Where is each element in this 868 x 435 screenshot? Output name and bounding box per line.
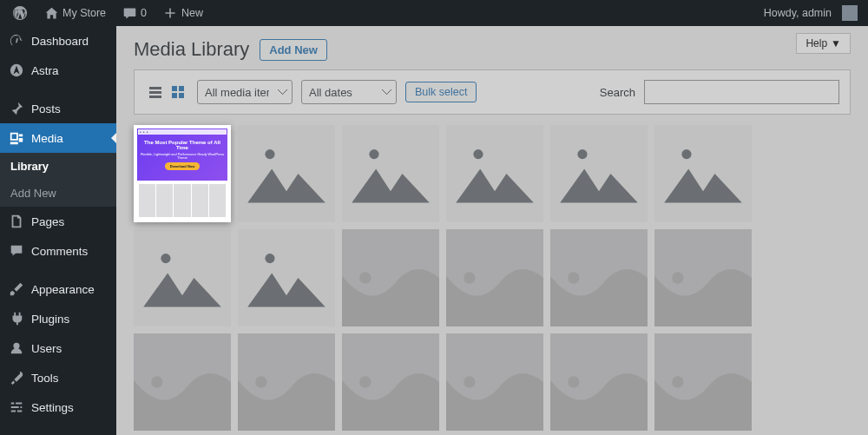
sidebar-item-allimport[interactable]: All Import bbox=[0, 431, 116, 435]
page-title: Media Library bbox=[134, 38, 249, 61]
image-placeholder-icon bbox=[134, 229, 231, 326]
sidebar-subitem-library[interactable]: Library bbox=[0, 153, 116, 180]
image-placeholder-icon bbox=[654, 229, 752, 326]
wrench-icon bbox=[9, 370, 24, 386]
image-placeholder-icon bbox=[238, 125, 335, 222]
sidebar-item-label: Comments bbox=[31, 245, 88, 258]
media-item[interactable] bbox=[238, 229, 335, 326]
sidebar-item-comments[interactable]: Comments bbox=[0, 236, 116, 266]
image-placeholder-icon bbox=[654, 125, 752, 222]
media-item[interactable] bbox=[446, 333, 543, 431]
view-switcher bbox=[145, 82, 188, 102]
media-icon bbox=[9, 130, 24, 146]
svg-point-13 bbox=[672, 272, 683, 283]
media-item[interactable] bbox=[446, 229, 543, 326]
svg-point-9 bbox=[265, 254, 274, 263]
media-type-select[interactable]: All media items bbox=[197, 80, 293, 104]
image-placeholder-icon bbox=[654, 333, 752, 431]
bulk-select-button[interactable]: Bulk select bbox=[405, 82, 477, 102]
sidebar-item-settings[interactable]: Settings bbox=[0, 392, 116, 422]
sidebar-item-pages[interactable]: Pages bbox=[0, 207, 116, 236]
user-icon bbox=[9, 340, 24, 356]
sidebar-item-tools[interactable]: Tools bbox=[0, 363, 116, 392]
astra-icon bbox=[9, 63, 24, 78]
media-item[interactable] bbox=[446, 125, 543, 222]
dates-select[interactable]: All dates bbox=[301, 80, 397, 104]
image-placeholder-icon bbox=[550, 333, 648, 431]
plus-icon bbox=[162, 5, 178, 21]
sidebar-subitem-addnew[interactable]: Add New bbox=[0, 180, 116, 207]
image-placeholder-icon bbox=[446, 229, 543, 326]
media-item[interactable] bbox=[550, 125, 648, 222]
svg-point-4 bbox=[369, 149, 378, 159]
wp-logo[interactable] bbox=[7, 5, 33, 21]
sidebar-item-label: Users bbox=[31, 342, 62, 355]
image-placeholder-icon bbox=[550, 229, 648, 326]
sidebar-item-astra[interactable]: Astra bbox=[0, 56, 116, 85]
toolbar-new[interactable]: New bbox=[157, 5, 208, 21]
avatar[interactable] bbox=[842, 5, 858, 21]
image-placeholder-icon bbox=[238, 333, 335, 431]
sidebar-item-label: Settings bbox=[31, 401, 74, 414]
plug-icon bbox=[9, 311, 24, 326]
svg-point-12 bbox=[568, 272, 579, 283]
svg-point-15 bbox=[255, 376, 266, 387]
pin-icon bbox=[9, 101, 24, 116]
grid-view-button[interactable] bbox=[168, 82, 188, 102]
svg-point-8 bbox=[161, 254, 170, 263]
sidebar-item-media[interactable]: Media bbox=[0, 123, 116, 153]
media-item[interactable] bbox=[342, 229, 439, 326]
wordpress-icon bbox=[12, 5, 28, 21]
media-item[interactable] bbox=[654, 125, 752, 222]
content-area: Help ▼ Media Library Add New All media bbox=[116, 26, 868, 435]
sidebar-item-posts[interactable]: Posts bbox=[0, 94, 116, 123]
svg-point-14 bbox=[151, 376, 162, 387]
sidebar-item-label: Tools bbox=[31, 372, 59, 385]
media-item[interactable] bbox=[238, 125, 335, 222]
media-item[interactable] bbox=[550, 333, 648, 431]
site-link[interactable]: My Store bbox=[38, 5, 111, 21]
caret-down-icon: ▼ bbox=[831, 37, 841, 49]
sliders-icon bbox=[9, 399, 24, 415]
toolbar-left: My Store 0 New bbox=[0, 5, 759, 21]
add-new-button[interactable]: Add New bbox=[260, 39, 327, 61]
svg-point-18 bbox=[568, 376, 579, 387]
media-item-featured[interactable]: ●●● The Most Popular Theme of All Time F… bbox=[134, 125, 231, 222]
media-item[interactable] bbox=[654, 229, 752, 326]
svg-point-10 bbox=[359, 272, 371, 283]
svg-point-17 bbox=[464, 376, 475, 387]
list-view-button[interactable] bbox=[145, 82, 166, 102]
media-item[interactable] bbox=[550, 229, 648, 326]
search-input[interactable] bbox=[644, 80, 839, 104]
sidebar-item-users[interactable]: Users bbox=[0, 333, 116, 363]
admin-sidebar: Dashboard Astra Posts Media Library Add … bbox=[0, 26, 116, 435]
comment-icon bbox=[122, 5, 137, 21]
dashboard-icon bbox=[9, 33, 24, 49]
media-item[interactable] bbox=[134, 229, 231, 326]
sidebar-item-dashboard[interactable]: Dashboard bbox=[0, 26, 116, 56]
image-placeholder-icon bbox=[238, 229, 335, 326]
sidebar-item-label: Astra bbox=[31, 64, 59, 77]
comments-count: 0 bbox=[141, 7, 147, 19]
sidebar-item-label: Pages bbox=[31, 215, 64, 228]
media-item[interactable] bbox=[134, 333, 231, 431]
title-row: Media Library Add New bbox=[134, 38, 851, 61]
svg-point-16 bbox=[359, 376, 371, 387]
media-item[interactable] bbox=[342, 125, 439, 222]
brush-icon bbox=[9, 281, 24, 297]
svg-point-6 bbox=[577, 149, 587, 159]
sidebar-item-plugins[interactable]: Plugins bbox=[0, 304, 116, 333]
media-item[interactable] bbox=[238, 333, 335, 431]
sidebar-item-label: Media bbox=[31, 132, 63, 145]
media-item[interactable] bbox=[342, 333, 439, 431]
image-placeholder-icon bbox=[446, 125, 543, 222]
help-button[interactable]: Help ▼ bbox=[796, 33, 851, 54]
sidebar-item-label: Appearance bbox=[31, 283, 95, 296]
sidebar-item-appearance[interactable]: Appearance bbox=[0, 274, 116, 304]
user-menu[interactable]: Howdy, admin bbox=[759, 7, 837, 19]
media-item[interactable] bbox=[654, 333, 752, 431]
svg-point-5 bbox=[473, 149, 483, 159]
svg-point-19 bbox=[672, 376, 683, 387]
image-placeholder-icon bbox=[550, 125, 648, 222]
toolbar-comments[interactable]: 0 bbox=[116, 5, 152, 21]
